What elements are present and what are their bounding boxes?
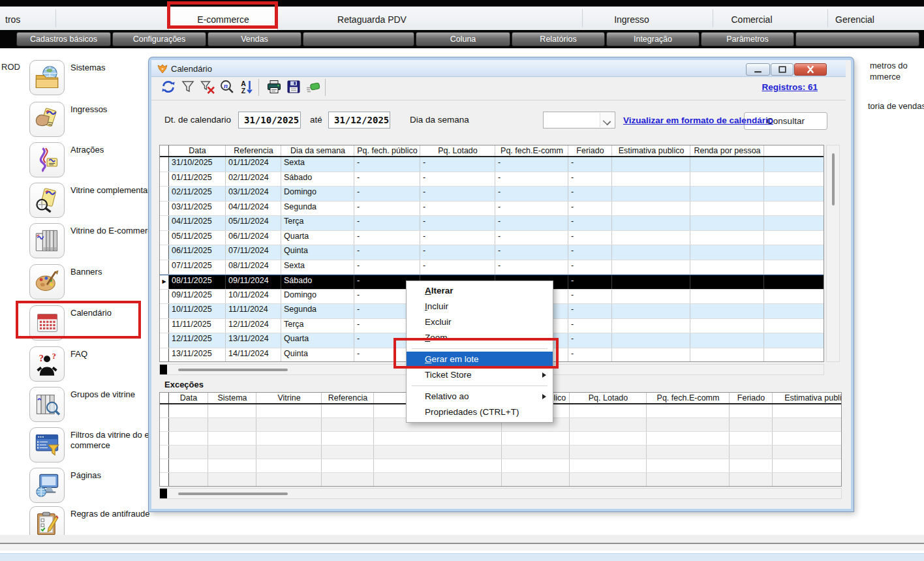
date-from-input[interactable]: 31/10/2025 (238, 112, 301, 129)
sidebar-item-atracoes[interactable] (29, 142, 65, 177)
table-row[interactable] (160, 446, 841, 459)
context-menu-item-ticket-store[interactable]: Ticket Store (407, 367, 553, 383)
row-indicator (160, 473, 169, 486)
date-to-input[interactable]: 31/12/2025 (328, 112, 390, 129)
registros-link[interactable]: Registros: 61 (762, 82, 818, 92)
weekday-select[interactable] (543, 112, 615, 129)
sidebar-item-faq[interactable]: ?? (29, 346, 65, 382)
context-menu-item-incluir[interactable]: Incluir (407, 299, 553, 314)
table-row[interactable]: 01/11/202502/11/2024Sábado---- (160, 172, 824, 187)
calendario-icon (34, 310, 60, 336)
sidebar-item-paginas[interactable] (29, 468, 65, 503)
table-cell: - (354, 231, 420, 245)
table-cell: - (354, 216, 420, 230)
table-cell: - (495, 187, 568, 201)
table-cell: - (568, 260, 612, 275)
horizontal-scrollbar[interactable] (159, 488, 842, 499)
chevron-down-icon[interactable] (600, 113, 614, 127)
sidebar-item-banners[interactable] (29, 264, 65, 299)
column-header: Pq. Lotado (570, 393, 647, 403)
table-row[interactable]: 04/11/202505/11/2024Terça---- (160, 216, 824, 231)
table-cell (322, 459, 374, 472)
close-button[interactable] (794, 63, 827, 76)
scrollbar-block (160, 365, 167, 374)
scrollbar-thumb[interactable] (178, 493, 288, 495)
table-cell (764, 172, 824, 187)
table-cell (322, 432, 374, 445)
row-indicator (160, 202, 169, 216)
minimize-button[interactable] (746, 63, 770, 76)
tab-tros[interactable]: tros (5, 14, 20, 25)
table-row[interactable] (160, 459, 841, 473)
menubar-item-configuracoes[interactable]: Configurações (112, 32, 206, 46)
table-cell (690, 157, 764, 172)
save-icon[interactable] (286, 79, 301, 95)
table-row[interactable] (160, 473, 841, 487)
tab-comercial[interactable]: Comercial (731, 14, 772, 25)
scrollbar-thumb[interactable] (832, 153, 835, 205)
sidebar-item-sistemas[interactable] (29, 60, 65, 95)
svg-text:?: ? (39, 353, 44, 363)
context-menu-item-alterar[interactable]: Alterar (407, 283, 553, 299)
table-cell (169, 432, 208, 445)
vertical-scrollbar[interactable] (826, 145, 840, 362)
table-cell (612, 333, 690, 348)
table-cell (690, 290, 764, 304)
context-menu-item-excluir[interactable]: Excluir (407, 314, 553, 330)
menubar-item-blank[interactable] (303, 32, 414, 46)
table-cell (612, 245, 690, 260)
menubar-item-vendas[interactable]: Vendas (208, 32, 301, 46)
tab-gerencial[interactable]: Gerencial (835, 14, 874, 25)
table-cell (208, 432, 256, 445)
table-row[interactable]: 06/11/202507/11/2024Quinta---- (160, 245, 824, 260)
table-row[interactable]: 07/11/202508/11/2024Sexta---- (160, 260, 824, 275)
sidebar-item-ingressos[interactable] (29, 102, 65, 137)
sidebar-item-filtros-da-vitrine-do-e-commerce[interactable] (29, 427, 65, 462)
calendar-view-link[interactable]: Vizualizar em formato de calendário (623, 115, 773, 125)
menubar-item-relatorios[interactable]: Relatórios (512, 32, 605, 46)
eraser-icon[interactable] (305, 79, 321, 95)
sidebar-item-label: Grupos de vitrine (70, 389, 158, 400)
menubar-item-coluna[interactable]: Coluna (416, 32, 510, 46)
sidebar-item-grupos-de-vitrine[interactable] (29, 387, 65, 422)
table-cell: - (420, 231, 495, 245)
sidebar-item-calendario[interactable] (29, 305, 65, 341)
table-row[interactable]: 31/10/202501/11/2024Sexta---- (160, 157, 824, 172)
tab-e-commerce[interactable]: E-commerce (197, 14, 249, 25)
table-row[interactable] (160, 432, 841, 446)
print-icon[interactable] (266, 79, 282, 95)
filter-icon[interactable] (180, 79, 196, 95)
clear-filter-icon[interactable] (200, 79, 215, 95)
tab-ingresso[interactable]: Ingresso (614, 14, 649, 25)
context-menu-item-zoom[interactable]: Zoom (407, 330, 553, 346)
row-indicator (160, 290, 169, 304)
menubar-item-blank[interactable] (795, 32, 919, 46)
sidebar-item-vitrine-do-e-commerce[interactable] (29, 223, 65, 258)
context-menu-item-gerar-em-lote[interactable]: Gerar em lote (407, 352, 553, 367)
scrollbar-thumb[interactable] (178, 369, 288, 371)
tab-retaguarda-pdv[interactable]: Retaguarda PDV (337, 14, 407, 25)
table-cell (647, 446, 730, 459)
maximize-button[interactable] (771, 63, 793, 76)
sort-az-icon[interactable]: AZ (239, 79, 254, 95)
context-menu-item-relativo-ao[interactable]: Relativo ao (407, 389, 553, 404)
menubar-item-cadastros-basicos[interactable]: Cadastros básicos (16, 32, 111, 46)
table-cell (612, 231, 690, 245)
sidebar-item-vitrine-complementar[interactable] (29, 183, 65, 218)
table-row[interactable]: 02/11/202503/11/2024Domingo---- (160, 187, 824, 202)
column-header: Pq. Lotado (420, 145, 495, 156)
table-row[interactable]: 03/11/202504/11/2024Segunda---- (160, 202, 824, 217)
table-cell (612, 319, 690, 333)
window-title-bar[interactable]: Calendário (151, 60, 846, 77)
table-row[interactable]: 05/11/202506/11/2024Quarta---- (160, 231, 824, 246)
table-cell (208, 473, 256, 486)
context-menu-item-propriedades-ctrl-t[interactable]: Propriedades (CTRL+T) (407, 404, 553, 420)
table-cell: - (420, 202, 495, 216)
sidebar-rod-fragment: ROD (1, 62, 20, 72)
search-n-icon[interactable]: n (219, 79, 235, 95)
table-cell (647, 404, 730, 417)
refresh-icon[interactable] (161, 79, 176, 95)
menubar-item-parametros[interactable]: Parâmetros (701, 32, 794, 46)
table-cell (374, 432, 502, 445)
menubar-item-integracao[interactable]: Integração (606, 32, 700, 46)
